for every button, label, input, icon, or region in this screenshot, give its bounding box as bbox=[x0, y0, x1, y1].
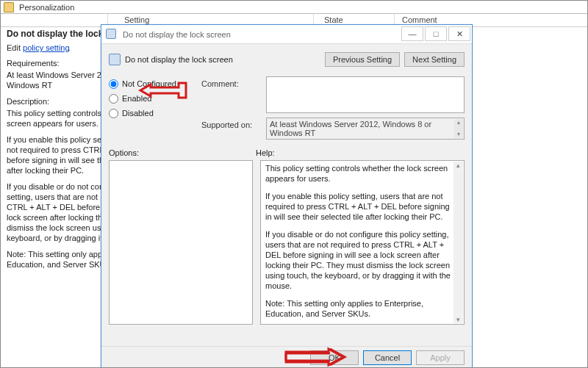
folder-icon bbox=[4, 2, 14, 12]
options-label: Options: bbox=[109, 148, 256, 157]
supported-on-label: Supported on: bbox=[201, 118, 260, 129]
column-setting[interactable]: Setting bbox=[124, 15, 149, 24]
policy-heading: Do not display the lock screen bbox=[125, 55, 233, 64]
supported-on-box: At least Windows Server 2012, Windows 8 … bbox=[266, 118, 465, 140]
edit-policy-line: Edit policy setting. bbox=[7, 43, 71, 52]
radio-not-configured-label[interactable]: Not Configured bbox=[122, 79, 176, 88]
column-comment[interactable]: Comment bbox=[402, 15, 437, 24]
help-para3: If you disable or do not configure this … bbox=[265, 229, 452, 291]
maximize-button[interactable]: □ bbox=[425, 26, 447, 41]
comment-label: Comment: bbox=[201, 76, 260, 88]
edit-prefix: Edit bbox=[7, 43, 23, 52]
help-para1: This policy setting controls whether the… bbox=[265, 163, 452, 184]
cancel-button[interactable]: Cancel bbox=[363, 350, 412, 365]
radio-not-configured[interactable] bbox=[109, 79, 118, 89]
help-para4: Note: This setting only applies to Enter… bbox=[265, 298, 452, 319]
dialog-titlebar[interactable]: Do not display the lock screen — □ ✕ bbox=[101, 25, 472, 44]
column-state[interactable]: State bbox=[324, 15, 343, 24]
next-setting-button[interactable]: Next Setting bbox=[404, 52, 465, 67]
minimize-button[interactable]: — bbox=[401, 26, 423, 41]
ok-button[interactable]: OK bbox=[310, 350, 359, 365]
help-scrollbar[interactable]: ▴▾ bbox=[453, 162, 463, 323]
policy-heading-icon bbox=[109, 54, 121, 65]
radio-enabled[interactable] bbox=[109, 94, 118, 104]
radio-disabled-label[interactable]: Disabled bbox=[122, 109, 154, 118]
close-button[interactable]: ✕ bbox=[448, 26, 470, 41]
edit-policy-link[interactable]: policy setting bbox=[23, 43, 70, 52]
dialog-title: Do not display the lock screen bbox=[123, 30, 231, 39]
parent-window-title: Personalization bbox=[19, 3, 74, 12]
supported-on-text: At least Windows Server 2012, Windows 8 … bbox=[270, 120, 431, 137]
help-label: Help: bbox=[256, 148, 465, 157]
previous-setting-button[interactable]: Previous Setting bbox=[325, 52, 400, 67]
policy-dialog: Do not display the lock screen — □ ✕ Do … bbox=[101, 24, 473, 368]
apply-button[interactable]: Apply bbox=[416, 350, 465, 365]
radio-disabled[interactable] bbox=[109, 109, 118, 118]
state-radio-group: Not Configured Enabled Disabled bbox=[109, 76, 188, 144]
supported-scrollbar[interactable]: ▴▾ bbox=[454, 119, 463, 138]
radio-enabled-label[interactable]: Enabled bbox=[122, 94, 151, 103]
comment-input[interactable] bbox=[266, 76, 465, 113]
help-para2: If you enable this policy setting, users… bbox=[265, 191, 452, 222]
policy-icon bbox=[106, 29, 116, 39]
options-pane bbox=[109, 160, 253, 325]
parent-window-titlebar: Personalization bbox=[1, 1, 587, 14]
help-pane: This policy setting controls whether the… bbox=[260, 160, 465, 325]
